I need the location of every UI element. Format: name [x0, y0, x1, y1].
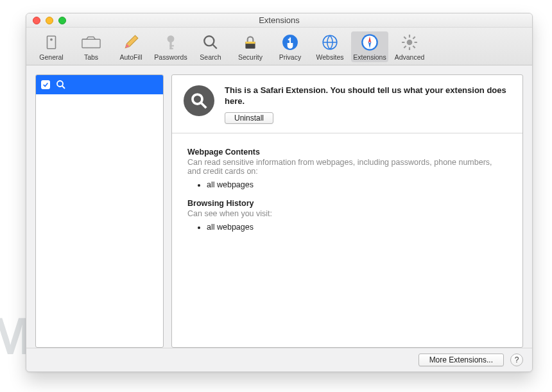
- detail-header: This is a Safari Extension. You should t…: [172, 75, 522, 133]
- uninstall-button[interactable]: Uninstall: [225, 112, 273, 124]
- permission-item: all webpages: [207, 180, 507, 190]
- tab-label: Privacy: [279, 53, 301, 61]
- svg-line-23: [413, 46, 415, 47]
- svg-point-28: [193, 94, 202, 104]
- traffic-lights: [33, 17, 66, 24]
- close-button[interactable]: [33, 17, 40, 24]
- extension-large-icon: [184, 85, 214, 116]
- extensions-icon: [360, 33, 379, 52]
- help-button[interactable]: ?: [510, 354, 523, 366]
- svg-rect-5: [169, 45, 174, 46]
- svg-line-8: [212, 44, 217, 49]
- tab-tabs[interactable]: Tabs: [73, 31, 110, 62]
- tab-websites[interactable]: Websites: [311, 31, 349, 62]
- general-icon: [42, 33, 61, 52]
- tab-advanced[interactable]: Advanced: [391, 31, 428, 62]
- svg-line-29: [202, 103, 207, 108]
- tab-security[interactable]: Security: [232, 31, 269, 62]
- tab-general[interactable]: General: [33, 31, 70, 62]
- autofill-icon: [121, 33, 141, 52]
- tab-autofill[interactable]: AutoFill: [112, 31, 150, 62]
- tab-label: Security: [238, 53, 263, 61]
- svg-line-24: [404, 46, 406, 47]
- webpage-contents-heading: Webpage Contents: [187, 148, 507, 157]
- more-extensions-button[interactable]: More Extensions...: [418, 354, 504, 366]
- browsing-history-desc: Can see when you visit:: [187, 209, 507, 218]
- window-title: Extensions: [259, 15, 300, 25]
- svg-line-25: [413, 37, 415, 38]
- tab-label: Tabs: [84, 53, 98, 61]
- tab-label: AutoFill: [119, 53, 142, 61]
- tab-label: Passwords: [154, 53, 187, 61]
- svg-point-1: [51, 39, 52, 40]
- extension-enable-checkbox[interactable]: [41, 80, 50, 89]
- tab-label: Advanced: [395, 53, 425, 61]
- tab-search[interactable]: Search: [192, 31, 229, 62]
- svg-rect-0: [47, 36, 56, 49]
- minimize-button[interactable]: [46, 17, 53, 24]
- advanced-icon: [400, 33, 419, 52]
- browsing-history-heading: Browsing History: [187, 199, 507, 208]
- tab-passwords[interactable]: Passwords: [152, 31, 189, 62]
- permissions-section: Webpage Contents Can read sensitive info…: [172, 133, 522, 255]
- security-icon: [241, 33, 260, 52]
- extensions-sidebar: [35, 74, 164, 348]
- svg-line-22: [404, 37, 406, 38]
- svg-rect-2: [82, 39, 100, 47]
- tab-privacy[interactable]: Privacy: [272, 31, 309, 62]
- extension-icon: [55, 79, 67, 90]
- search-icon: [201, 33, 220, 52]
- passwords-icon: [161, 33, 180, 52]
- svg-point-17: [407, 40, 413, 46]
- titlebar: Extensions: [26, 13, 532, 28]
- svg-point-7: [204, 36, 214, 46]
- toolbar: General Tabs AutoFill Passwords Search: [26, 28, 532, 65]
- tab-extensions[interactable]: Extensions: [351, 31, 388, 62]
- privacy-icon: [280, 33, 300, 52]
- extension-description: This is a Safari Extension. You should t…: [225, 85, 511, 107]
- webpage-contents-desc: Can read sensitive information from webp…: [187, 158, 507, 176]
- tab-label: General: [39, 53, 63, 61]
- svg-line-27: [62, 86, 65, 89]
- websites-icon: [320, 33, 340, 52]
- preferences-window: Extensions General Tabs AutoFill Passwor…: [26, 13, 533, 372]
- extension-detail-panel: This is a Safari Extension. You should t…: [171, 74, 523, 348]
- footer-bar: More Extensions... ?: [26, 348, 532, 371]
- tabs-icon: [82, 33, 101, 52]
- zoom-button[interactable]: [58, 17, 66, 24]
- svg-rect-10: [245, 42, 255, 44]
- tab-label: Extensions: [353, 53, 386, 61]
- content-area: This is a Safari Extension. You should t…: [26, 65, 532, 348]
- extension-list-item[interactable]: [36, 75, 163, 94]
- svg-rect-6: [169, 48, 173, 49]
- tab-label: Websites: [316, 53, 344, 61]
- permission-item: all webpages: [207, 222, 507, 232]
- tab-label: Search: [200, 53, 221, 61]
